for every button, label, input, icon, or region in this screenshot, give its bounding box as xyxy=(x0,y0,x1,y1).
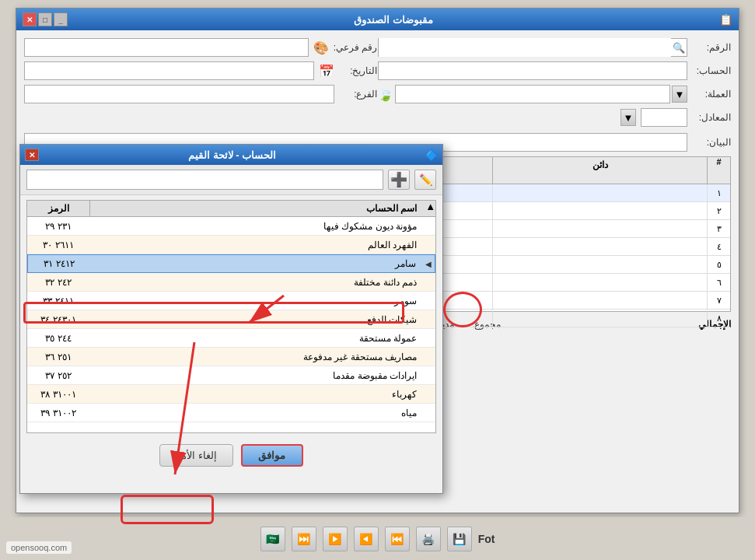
dialog-list-header: ▲ اسم الحساب الرمز xyxy=(27,201,435,217)
ok-button[interactable]: موافق xyxy=(241,444,303,467)
dialog-list-item[interactable]: شيكات الدفع ٢٤٣٠١ ٣٤ xyxy=(27,310,435,329)
calendar-icon[interactable]: 📅 xyxy=(319,64,334,79)
dialog-list-item[interactable]: مياه ٣١٠٠٢ ٣٩ xyxy=(27,404,435,422)
row-name: سامر xyxy=(90,257,422,271)
currency-dropdown[interactable]: ▼ xyxy=(672,86,687,103)
dialog-list-item[interactable]: الفهرد العالم ٢٦١١ ٣٠ xyxy=(27,236,435,254)
bottom-icon-6[interactable]: ⏭️ xyxy=(292,527,316,551)
branch-row: الفرع: الشركة xyxy=(24,85,378,103)
header-arrow-col: ▲ xyxy=(423,201,435,216)
bottom-icon-4[interactable]: ◀️ xyxy=(354,527,379,551)
bottom-icon-5[interactable]: ▶️ xyxy=(323,527,348,551)
date-label: التاريخ: xyxy=(339,65,378,76)
currency-flag-icon: 🍃 xyxy=(378,87,393,102)
bottom-icon-1[interactable]: 💾 xyxy=(447,527,472,551)
row-num: ٨ xyxy=(707,310,730,327)
number-input-wrapper: 🔍 xyxy=(378,38,688,57)
dialog-list-item[interactable]: مصاريف مستحقة غير مدفوعة ٢٥١ ٣٦ xyxy=(27,348,435,366)
row-num: ٢ xyxy=(707,202,730,219)
dialog-search-input[interactable] xyxy=(26,170,383,190)
row-code: ٢٤٣٠١ ٣٤ xyxy=(27,313,89,327)
right-column: الرقم: 🔍 الحساب: ١٣٢ - الصندوق الرئيسي ا… xyxy=(378,38,732,131)
dialog-add-button[interactable]: ➕ xyxy=(388,170,410,190)
currency-input[interactable]: ليرة سورية xyxy=(395,85,671,103)
row-code: ٢٤١٢ ٣١ xyxy=(28,257,90,271)
minimize-button[interactable]: _ xyxy=(54,12,68,26)
row-daen[interactable] xyxy=(492,184,707,201)
row-daen[interactable] xyxy=(492,292,707,309)
account-input[interactable]: ١٣٢ - الصندوق الرئيسي xyxy=(378,61,688,80)
dialog-edit-button[interactable]: ✏️ xyxy=(414,170,436,190)
rate-label: المعادل: xyxy=(692,112,731,123)
ref-number-row: رقم فرعي: 🎨 xyxy=(24,38,378,57)
row-name: الفهرد العالم xyxy=(89,238,423,252)
opensooq-logo: opensooq.com xyxy=(6,541,72,554)
row-num: ٤ xyxy=(707,238,730,255)
dialog-list-item[interactable]: مؤونة ديون مشكوك فيها ٢٣١ ٢٩ xyxy=(27,217,435,236)
rate-input[interactable]: ١,٠ xyxy=(641,108,687,127)
account-label: الحساب: xyxy=(692,65,731,76)
row-daen[interactable] xyxy=(492,256,707,273)
left-column: رقم فرعي: 🎨 التاريخ: 📅 ٢٠١٢/١٢/١٩ الفرع:… xyxy=(24,38,378,131)
rate-row: المعادل: ١,٠ ▼ xyxy=(378,108,732,127)
row-daen[interactable] xyxy=(492,238,707,255)
dialog-list-item[interactable]: كهرباء ٣١٠٠١ ٣٨ xyxy=(27,385,435,404)
bottom-icon-2[interactable]: 🖨️ xyxy=(416,527,441,551)
dialog-title-bar: 🔷 الحساب - لائحة القيم ✕ xyxy=(20,145,442,165)
row-code: ٣١٠٠٢ ٣٩ xyxy=(27,406,89,420)
number-search-icon[interactable]: 🔍 xyxy=(671,40,687,55)
number-label: الرقم: xyxy=(692,42,731,53)
currency-label: العملة: xyxy=(692,89,731,100)
cancel-button[interactable]: إلغاء الأمر xyxy=(159,444,233,467)
row-code: ٢٥١ ٣٦ xyxy=(27,350,89,364)
bottom-icon-3[interactable]: ⏮️ xyxy=(385,527,410,551)
row-name: ذمم دائنة مختلفة xyxy=(89,275,423,289)
dialog-title: الحساب - لائحة القيم xyxy=(188,149,276,161)
row-daen[interactable] xyxy=(492,310,707,327)
close-button[interactable]: ✕ xyxy=(23,12,37,26)
title-bar-icon: 📋 xyxy=(719,13,732,26)
row-name: عمولة مستحقة xyxy=(89,331,423,345)
title-bar: 📋 مقبوضات الصندوق _ □ ✕ xyxy=(16,9,739,30)
number-input[interactable] xyxy=(379,38,672,57)
row-name: شيكات الدفع xyxy=(89,313,423,327)
rate-dropdown[interactable]: ▼ xyxy=(620,109,636,126)
row-daen[interactable] xyxy=(492,274,707,291)
row-name: مياه xyxy=(89,406,423,420)
dialog-title-icon: 🔷 xyxy=(425,149,438,161)
row-name: سومر xyxy=(89,294,423,308)
row-num: ٥ xyxy=(707,256,730,273)
dialog-list[interactable]: ▲ اسم الحساب الرمز مؤونة ديون مشكوك فيها… xyxy=(26,200,436,433)
header-name-col: اسم الحساب xyxy=(89,201,423,216)
row-code: ٢٤٤ ٣٥ xyxy=(27,331,89,345)
row-daen[interactable] xyxy=(492,202,707,219)
date-input[interactable]: ٢٠١٢/١٢/١٩ xyxy=(24,61,314,80)
currency-row: العملة: ▼ ليرة سورية 🍃 xyxy=(378,85,732,103)
dialog-list-item[interactable]: عمولة مستحقة ٢٤٤ ٣٥ xyxy=(27,329,435,348)
row-daen[interactable] xyxy=(492,220,707,237)
row-num: ٣ xyxy=(707,220,730,237)
ref-number-label: رقم فرعي: xyxy=(334,42,378,53)
row-code: ٢٤٢ ٣٢ xyxy=(27,275,89,289)
number-row: الرقم: 🔍 xyxy=(378,38,732,57)
maximize-button[interactable]: □ xyxy=(38,12,52,26)
dialog-list-item[interactable]: ذمم دائنة مختلفة ٢٤٢ ٣٢ xyxy=(27,273,435,292)
account-dialog: 🔷 الحساب - لائحة القيم ✕ ✏️ ➕ ▲ اسم الحس… xyxy=(19,144,443,494)
row-code: ٣١٠٠١ ٣٨ xyxy=(27,387,89,401)
table-col-daen: دائن xyxy=(492,157,707,184)
dialog-close-button[interactable]: ✕ xyxy=(25,149,39,161)
row-num: ٦ xyxy=(707,274,730,291)
row-name: كهرباء xyxy=(89,387,423,401)
row-name: مصاريف مستحقة غير مدفوعة xyxy=(89,350,423,364)
bayan-label: البيان: xyxy=(692,137,731,148)
row-code: ٢٤١١ ٣٣ xyxy=(27,294,89,308)
fot-text: Fot xyxy=(478,533,495,545)
branch-input[interactable]: الشركة xyxy=(24,85,334,103)
ref-icon: 🎨 xyxy=(313,40,329,55)
dialog-list-item[interactable]: سومر ٢٤١١ ٣٣ xyxy=(27,292,435,310)
ref-number-input[interactable] xyxy=(24,38,309,57)
dialog-list-item[interactable]: ◀ سامر ٢٤١٢ ٣١ xyxy=(27,254,435,273)
row-code: ٢٣١ ٢٩ xyxy=(27,219,89,233)
date-row: التاريخ: 📅 ٢٠١٢/١٢/١٩ xyxy=(24,61,378,80)
dialog-list-item[interactable]: ايرادات مقبوضة مقدما ٢٥٢ ٣٧ xyxy=(27,366,435,385)
